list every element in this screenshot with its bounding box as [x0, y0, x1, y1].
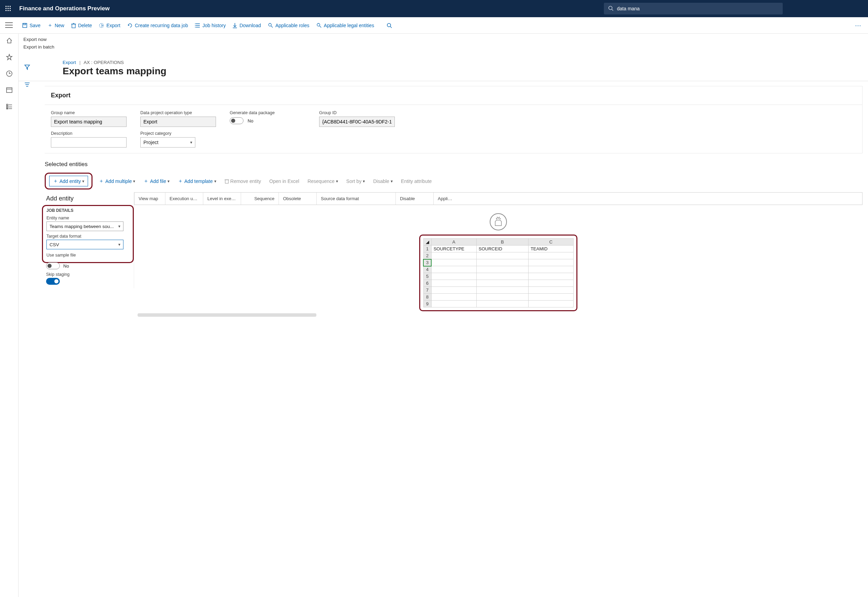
create-recurring-button[interactable]: Create recurring data job: [124, 17, 191, 33]
nav-menu-icon[interactable]: [5, 22, 13, 28]
group-id-input[interactable]: [319, 117, 395, 127]
excel-cell[interactable]: [476, 273, 528, 280]
excel-col-c[interactable]: C: [528, 239, 573, 245]
excel-cell[interactable]: [528, 273, 573, 280]
excel-cell[interactable]: [528, 294, 573, 301]
applicable-roles-button[interactable]: Applicable roles: [264, 17, 313, 33]
excel-cell[interactable]: [431, 252, 476, 259]
more-commands-icon[interactable]: ⋯: [851, 22, 865, 29]
add-entity-button[interactable]: ＋ Add entity ▾: [49, 176, 88, 186]
global-search[interactable]: [604, 3, 783, 15]
excel-rowhead[interactable]: 8: [423, 294, 431, 301]
excel-rowhead[interactable]: 1: [423, 245, 431, 252]
excel-cell[interactable]: [431, 294, 476, 301]
excel-rowhead[interactable]: 3: [423, 259, 431, 266]
horizontal-scrollbar[interactable]: [138, 313, 316, 317]
excel-cell[interactable]: [528, 266, 573, 273]
excel-col-a[interactable]: A: [431, 239, 476, 245]
add-template-button[interactable]: ＋ Add template ▾: [176, 176, 218, 186]
sort-by-button[interactable]: Sort by ▾: [344, 177, 367, 186]
find-button[interactable]: [383, 17, 396, 33]
svg-rect-39: [6, 108, 8, 109]
add-multiple-button[interactable]: ＋ Add multiple ▾: [96, 176, 137, 186]
job-history-button[interactable]: Job history: [191, 17, 229, 33]
excel-cell[interactable]: [476, 301, 528, 307]
workspaces-icon[interactable]: [5, 86, 13, 94]
excel-cell[interactable]: SOURCEID: [476, 245, 528, 252]
group-name-input[interactable]: [51, 117, 126, 127]
save-button[interactable]: Save: [19, 17, 44, 33]
new-button[interactable]: ＋ New: [44, 17, 68, 33]
excel-cell[interactable]: [528, 259, 573, 266]
excel-cell[interactable]: [431, 301, 476, 307]
excel-cell[interactable]: [476, 259, 528, 266]
remove-entity-button[interactable]: Remove entity: [223, 177, 263, 186]
excel-cell[interactable]: [431, 287, 476, 294]
excel-rowhead[interactable]: 6: [423, 280, 431, 287]
applicable-legal-button[interactable]: Applicable legal entities: [313, 17, 378, 33]
export-button[interactable]: Export: [95, 17, 123, 33]
excel-cell[interactable]: [528, 287, 573, 294]
excel-row: 2: [423, 252, 574, 259]
excel-cell[interactable]: [476, 294, 528, 301]
excel-cell[interactable]: [476, 287, 528, 294]
svg-point-25: [195, 27, 195, 27]
col-source-format[interactable]: Source data format: [317, 193, 396, 205]
excel-cell[interactable]: [528, 252, 573, 259]
excel-cell[interactable]: TEAMID: [528, 245, 573, 252]
project-category-select[interactable]: Project ▾: [140, 137, 195, 147]
col-execution-unit[interactable]: Execution unit ↑: [165, 193, 203, 205]
col-view-map[interactable]: View map: [135, 193, 165, 205]
col-disable[interactable]: Disable: [396, 193, 434, 205]
excel-cell[interactable]: [476, 266, 528, 273]
generate-package-toggle[interactable]: [230, 117, 243, 124]
export-now-button[interactable]: Export now: [24, 36, 54, 43]
app-launcher-icon[interactable]: [3, 3, 14, 14]
recent-icon[interactable]: [5, 70, 13, 78]
favorites-icon[interactable]: [5, 53, 13, 61]
excel-rowhead[interactable]: 7: [423, 287, 431, 294]
filter-icon[interactable]: [24, 64, 30, 71]
excel-rowhead[interactable]: 9: [423, 301, 431, 307]
add-file-button[interactable]: ＋ Add file ▾: [141, 176, 172, 186]
download-button[interactable]: Download: [229, 17, 264, 33]
entity-name-value: Teams mapping between sou...: [49, 224, 114, 229]
search-input[interactable]: [617, 6, 779, 11]
excel-rowhead[interactable]: 4: [423, 266, 431, 273]
excel-col-b[interactable]: B: [476, 239, 528, 245]
target-format-select[interactable]: CSV ▾: [46, 240, 123, 249]
col-obsolete[interactable]: Obsolete: [279, 193, 317, 205]
entity-attribute-button[interactable]: Entity attribute: [399, 177, 434, 186]
home-icon[interactable]: [5, 36, 13, 45]
skip-staging-label: Skip staging: [46, 272, 134, 277]
modules-icon[interactable]: [5, 102, 13, 111]
excel-rowhead[interactable]: 5: [423, 273, 431, 280]
delete-button[interactable]: Delete: [68, 17, 95, 33]
excel-cell[interactable]: [528, 301, 573, 307]
excel-cell[interactable]: [528, 280, 573, 287]
col-applicat[interactable]: Applicat: [434, 193, 458, 205]
list-icon[interactable]: [24, 82, 30, 88]
open-excel-button[interactable]: Open in Excel: [267, 177, 301, 186]
excel-corner[interactable]: ◢: [423, 239, 431, 245]
entity-name-select[interactable]: Teams mapping between sou... ▾: [46, 221, 123, 231]
excel-cell[interactable]: [431, 273, 476, 280]
col-level-exec[interactable]: Level in executi...: [203, 193, 241, 205]
breadcrumb-link[interactable]: Export: [62, 60, 76, 65]
skip-staging-toggle[interactable]: [46, 278, 60, 285]
excel-cell[interactable]: [431, 266, 476, 273]
resequence-button[interactable]: Resequence ▾: [306, 177, 340, 186]
export-batch-button[interactable]: Export in batch: [24, 43, 54, 51]
operation-type-input[interactable]: [140, 117, 216, 127]
svg-rect-16: [72, 24, 75, 28]
disable-button[interactable]: Disable ▾: [371, 177, 395, 186]
excel-rowhead[interactable]: 2: [423, 252, 431, 259]
col-sequence[interactable]: Sequence: [241, 193, 279, 205]
excel-cell[interactable]: SOURCETYPE: [431, 245, 476, 252]
excel-cell[interactable]: [431, 259, 476, 266]
excel-cell[interactable]: [476, 252, 528, 259]
excel-cell[interactable]: [431, 280, 476, 287]
use-sample-toggle[interactable]: [46, 262, 60, 269]
excel-cell[interactable]: [476, 280, 528, 287]
description-input[interactable]: [51, 137, 126, 147]
